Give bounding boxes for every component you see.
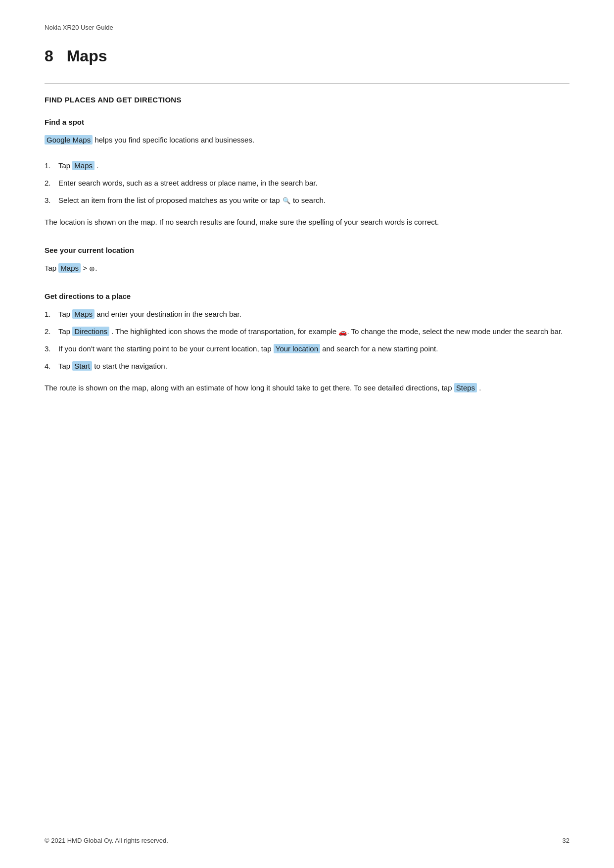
maps-highlight-3: Maps — [72, 309, 94, 319]
your-location-highlight: Your location — [274, 344, 320, 353]
get-directions-section: Get directions to a place 1. Tap Maps an… — [45, 292, 569, 394]
list-item: 2. Tap Directions . The highlighted icon… — [45, 326, 569, 338]
car-icon: 🚗 — [338, 327, 347, 338]
footer: © 2021 HMD Global Oy. All rights reserve… — [45, 837, 569, 844]
step-number: 4. — [45, 360, 51, 373]
get-directions-steps: 1. Tap Maps and enter your destination i… — [45, 308, 569, 372]
maps-highlight-2: Maps — [58, 263, 81, 273]
chapter-title: 8 Maps — [45, 47, 569, 65]
step-number: 3. — [45, 194, 51, 207]
footer-copyright: © 2021 HMD Global Oy. All rights reserve… — [45, 837, 168, 844]
step-number: 2. — [45, 177, 51, 190]
list-item: 1. Tap Maps and enter your destination i… — [45, 308, 569, 321]
current-location-text: Tap Maps > ⊕. — [45, 262, 569, 274]
search-icon: 🔍 — [283, 195, 290, 206]
footer-page-number: 32 — [563, 837, 569, 844]
maps-highlight: Maps — [72, 161, 94, 170]
step-text: If you don't want the starting point to … — [58, 344, 438, 353]
list-item: 3. If you don't want the starting point … — [45, 343, 569, 355]
current-location-section: See your current location Tap Maps > ⊕. — [45, 246, 569, 274]
find-spot-intro-text: helps you find specific locations and bu… — [93, 136, 254, 144]
target-icon: ⊕ — [89, 263, 95, 274]
step-number: 3. — [45, 343, 51, 355]
list-item: 2. Enter search words, such as a street … — [45, 177, 569, 190]
current-location-title: See your current location — [45, 246, 569, 254]
step-text: Tap Directions . The highlighted icon sh… — [58, 327, 563, 336]
section-title: FIND PLACES AND GET DIRECTIONS — [45, 96, 569, 104]
find-spot-steps: 1. Tap Maps . 2. Enter search words, suc… — [45, 160, 569, 206]
list-item: 3. Select an item from the list of propo… — [45, 194, 569, 207]
chapter-title-text: Maps — [67, 47, 107, 65]
chapter-number: 8 — [45, 47, 53, 65]
find-spot-section: Find a spot Google Maps helps you find s… — [45, 118, 569, 228]
find-spot-note: The location is shown on the map. If no … — [45, 216, 569, 228]
step-text: Select an item from the list of proposed… — [58, 196, 326, 204]
list-item: 1. Tap Maps . — [45, 160, 569, 172]
google-maps-highlight: Google Maps — [45, 135, 93, 145]
start-highlight: Start — [72, 361, 92, 371]
get-directions-note: The route is shown on the map, along wit… — [45, 382, 569, 394]
section-divider-rule — [45, 83, 569, 84]
step-text: Tap Maps . — [58, 161, 98, 170]
step-text: Enter search words, such as a street add… — [58, 179, 318, 187]
step-number: 1. — [45, 160, 51, 172]
find-spot-title: Find a spot — [45, 118, 569, 126]
step-number: 2. — [45, 326, 51, 338]
page: Nokia XR20 User Guide 8 Maps FIND PLACES… — [0, 0, 614, 868]
find-spot-intro: Google Maps helps you find specific loca… — [45, 134, 569, 146]
step-text: Tap Start to start the navigation. — [58, 361, 167, 371]
step-number: 1. — [45, 308, 51, 321]
get-directions-title: Get directions to a place — [45, 292, 569, 300]
header-label: Nokia XR20 User Guide — [45, 24, 569, 31]
list-item: 4. Tap Start to start the navigation. — [45, 360, 569, 373]
steps-highlight: Steps — [454, 383, 477, 392]
step-text: Tap Maps and enter your destination in t… — [58, 309, 241, 319]
directions-highlight: Directions — [72, 327, 109, 336]
